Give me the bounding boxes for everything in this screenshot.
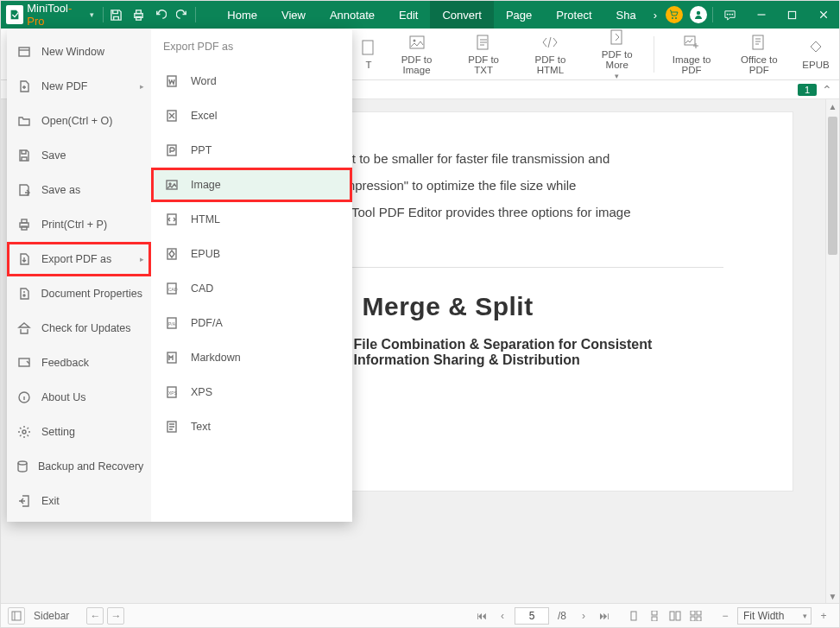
info-icon (16, 389, 33, 406)
menu-about[interactable]: About Us (7, 380, 151, 415)
main-menu: Home View Annotate Edit Convert Page Pro… (215, 1, 662, 29)
menu-backup[interactable]: Backup and Recovery (7, 449, 151, 484)
menu-overflow-icon[interactable]: › (648, 1, 662, 29)
sidebar-label[interactable]: Sidebar (34, 610, 69, 622)
txt-icon (475, 34, 492, 51)
menu-protect[interactable]: Protect (544, 1, 603, 29)
save-icon[interactable] (105, 1, 128, 29)
scroll-down-icon[interactable]: ▼ (826, 589, 839, 603)
vertical-scrollbar[interactable]: ▲ ▼ (825, 99, 839, 603)
brand-name: MiniTool (27, 2, 68, 15)
export-markdown[interactable]: Markdown (151, 340, 352, 375)
view-twopage-cont-icon[interactable] (687, 607, 704, 625)
zoom-in-button[interactable]: + (815, 607, 832, 625)
export-html[interactable]: HTML (151, 202, 352, 237)
properties-icon (16, 285, 33, 302)
minimize-button[interactable] (746, 1, 777, 29)
text-icon (163, 418, 180, 435)
close-button[interactable] (808, 1, 839, 29)
tool-pdf-to-image[interactable]: PDF to Image (391, 34, 442, 75)
page-count-badge: 1 (798, 84, 817, 96)
menu-new-pdf[interactable]: New PDF ▸ (7, 69, 151, 104)
svg-rect-43 (652, 611, 657, 615)
export-excel[interactable]: Excel (151, 98, 352, 133)
scroll-up-icon[interactable]: ▲ (826, 99, 839, 113)
feedback-icon (16, 354, 33, 371)
menu-setting[interactable]: Setting (7, 415, 151, 449)
menu-doc-properties[interactable]: Document Properties (7, 276, 151, 311)
menu-view[interactable]: View (269, 1, 318, 29)
account-button[interactable] (690, 6, 707, 23)
sidebar-toggle-icon[interactable] (8, 607, 25, 625)
last-page-icon[interactable]: ⏭ (596, 607, 613, 625)
zoom-out-button[interactable]: − (717, 607, 734, 625)
print-icon[interactable] (127, 1, 149, 29)
tool-pdf-to-html[interactable]: PDF to HTML (525, 34, 576, 75)
chevron-down-icon: ▾ (615, 72, 619, 80)
window-icon (16, 43, 33, 60)
doc-text-line: Compression" to optimize the file size w… (328, 174, 723, 197)
view-single-icon[interactable] (625, 607, 642, 625)
tool-image-to-pdf[interactable]: Image to PDF (666, 34, 717, 75)
tool-epub[interactable]: EPUB (801, 39, 831, 70)
menu-feedback[interactable]: Feedback (7, 346, 151, 380)
menu-save[interactable]: Save (7, 138, 151, 173)
collapse-ribbon-icon[interactable]: ⌃ (822, 83, 832, 97)
file-menu: New Window New PDF ▸ Open(Ctrl + O) Save… (7, 29, 352, 522)
menu-annotate[interactable]: Annotate (318, 1, 387, 29)
chat-icon[interactable] (715, 1, 746, 29)
next-page-button[interactable]: → (107, 607, 124, 625)
tool-pdf-to-txt[interactable]: PDF to TXT (459, 34, 508, 75)
menu-open[interactable]: Open(Ctrl + O) (7, 104, 151, 138)
export-image[interactable]: Image (151, 168, 352, 202)
zoom-select[interactable]: Fit Width ▾ (737, 607, 812, 625)
scroll-thumb[interactable] (828, 117, 837, 255)
export-text[interactable]: Text (151, 409, 352, 444)
menu-page[interactable]: Page (494, 1, 544, 29)
tool-pdf-to-more[interactable]: PDF to More▾ (593, 29, 641, 80)
export-pdfa[interactable]: P/A PDF/A (151, 306, 352, 340)
doc-subheading: File Combination & Separation for Consis… (354, 337, 723, 368)
brand-dropdown-icon[interactable]: ▾ (90, 10, 94, 19)
view-twopage-icon[interactable] (666, 607, 684, 625)
export-word[interactable]: Word (151, 64, 352, 98)
menu-exit[interactable]: Exit (7, 484, 151, 518)
app-logo (6, 5, 23, 24)
export-epub[interactable]: EPUB (151, 237, 352, 271)
maximize-button[interactable] (777, 1, 808, 29)
menu-export-pdf-as[interactable]: Export PDF as ▸ (7, 242, 151, 276)
menu-print[interactable]: Print(Ctrl + P) (7, 207, 151, 242)
menu-convert[interactable]: Convert (430, 1, 494, 29)
tool-pdf-to-word-clipped[interactable]: T (360, 39, 377, 70)
menu-home[interactable]: Home (215, 1, 269, 29)
next-page-icon[interactable]: › (575, 607, 592, 625)
menu-save-as[interactable]: Save as (7, 173, 151, 207)
app-brand: MiniTool-Pro (27, 2, 84, 28)
svg-rect-20 (22, 226, 27, 230)
html-icon (163, 211, 180, 228)
svg-point-24 (22, 430, 26, 434)
page-total-label: /8 (558, 610, 566, 622)
menu-edit[interactable]: Edit (387, 1, 430, 29)
page-number-input[interactable] (515, 607, 549, 625)
prev-page-icon[interactable]: ‹ (494, 607, 511, 625)
excel-icon (163, 107, 180, 124)
tool-office-to-pdf[interactable]: Office to PDF (735, 34, 784, 75)
backup-icon (16, 458, 29, 475)
redo-icon[interactable] (172, 1, 194, 29)
svg-rect-16 (753, 35, 763, 49)
cart-button[interactable] (666, 6, 683, 23)
prev-page-button[interactable]: ← (86, 607, 104, 625)
view-continuous-icon[interactable] (646, 607, 663, 625)
svg-point-8 (732, 13, 734, 15)
export-ppt[interactable]: PPT (151, 133, 352, 168)
svg-rect-17 (19, 48, 29, 56)
export-xps[interactable]: XPS XPS (151, 375, 352, 409)
menu-new-window[interactable]: New Window (7, 35, 151, 69)
export-cad[interactable]: CAD CAD (151, 271, 352, 306)
undo-icon[interactable] (149, 1, 172, 29)
first-page-icon[interactable]: ⏮ (473, 607, 490, 625)
save-as-icon (16, 181, 33, 199)
menu-share[interactable]: Sha (604, 1, 648, 29)
menu-check-updates[interactable]: Check for Updates (7, 311, 151, 346)
